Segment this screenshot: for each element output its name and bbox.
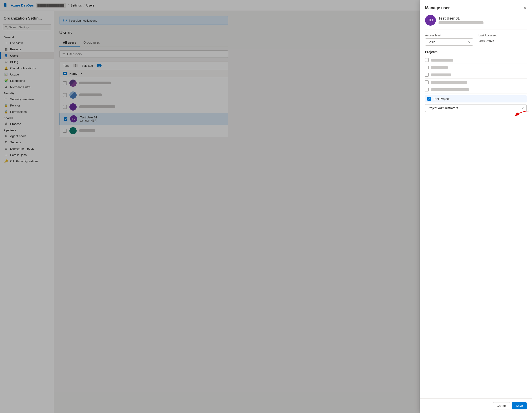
chevron-down-icon [468, 41, 471, 43]
modal-footer: Cancel Save [420, 398, 532, 413]
access-level-value: Basic [428, 40, 435, 44]
last-accessed-group: Last Accessed 20/05/2024 [478, 34, 527, 46]
access-level-label: Access level [425, 34, 473, 37]
role-dropdown-value: Project Administrators [428, 106, 458, 110]
project-checkbox-4[interactable] [425, 80, 429, 84]
project-name-5 [431, 88, 469, 91]
modal-user-details: Test User 01 [438, 16, 484, 24]
access-level-group: Access level Basic [425, 34, 473, 46]
check-icon-blue [428, 98, 430, 100]
project-checkbox-2[interactable] [425, 66, 429, 69]
last-accessed-label: Last Accessed [478, 34, 527, 37]
manage-user-modal: Manage user ✕ TU Test User 01 Access lev… [420, 0, 532, 413]
project-checkbox-5[interactable] [425, 88, 429, 91]
save-button[interactable]: Save [512, 402, 527, 409]
modal-title: Manage user [425, 6, 450, 10]
role-dropdown-container: Project Administrators [425, 104, 527, 112]
modal-header: Manage user ✕ [425, 5, 527, 10]
modal-overlay: Manage user ✕ TU Test User 01 Access lev… [0, 0, 532, 413]
test-project-checkbox[interactable] [427, 97, 431, 101]
project-name-2 [431, 66, 448, 69]
modal-user-email [438, 21, 484, 24]
project-checkbox-3[interactable] [425, 73, 429, 77]
access-level-row: Access level Basic Last Accessed 20/05/2… [425, 34, 527, 46]
project-item-4[interactable] [425, 79, 527, 86]
cancel-button[interactable]: Cancel [493, 402, 510, 409]
project-item-3[interactable] [425, 71, 527, 79]
modal-user-avatar: TU [425, 15, 436, 26]
modal-close-button[interactable]: ✕ [523, 5, 527, 10]
test-project-label: Test Project [433, 97, 450, 101]
modal-user-name: Test User 01 [438, 16, 484, 20]
project-item-2[interactable] [425, 64, 527, 71]
access-level-select[interactable]: Basic [425, 38, 473, 46]
project-name-3 [431, 74, 451, 77]
modal-user-header: TU Test User 01 [425, 15, 527, 29]
project-checkbox-1[interactable] [425, 58, 429, 62]
project-name-4 [431, 81, 467, 84]
project-item-5[interactable] [425, 86, 527, 94]
last-accessed-value: 20/05/2024 [478, 38, 527, 43]
projects-label: Projects [425, 50, 527, 54]
red-arrow-indicator [504, 109, 531, 122]
project-item-1[interactable] [425, 56, 527, 64]
test-project-row[interactable]: Test Project [425, 95, 527, 103]
project-name-1 [431, 59, 453, 62]
